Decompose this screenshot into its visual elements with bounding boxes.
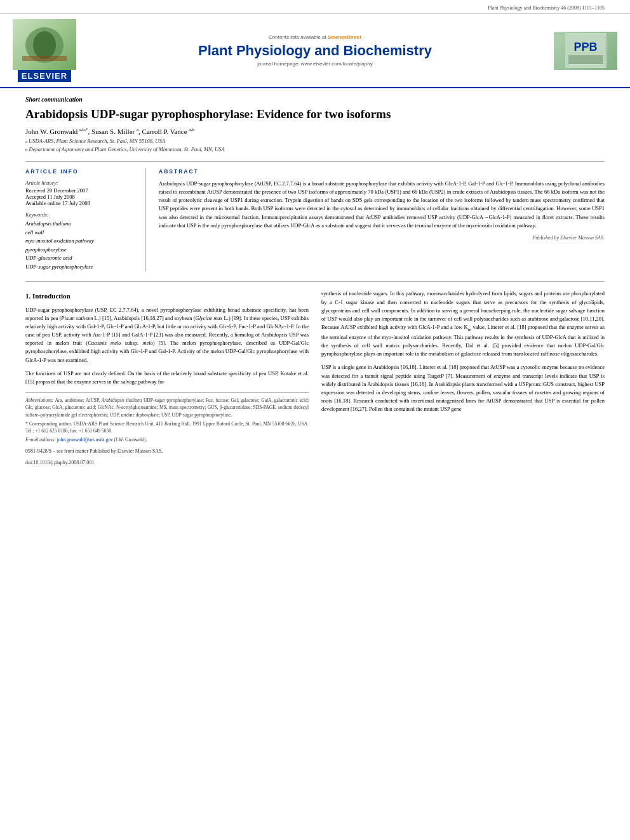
header-center: Contents lists available at ScienceDirec…: [76, 34, 554, 67]
journal-header: ELSEVIER Contents lists available at Sci…: [0, 14, 630, 88]
page-wrapper: Plant Physiology and Biochemistry 46 (20…: [0, 0, 630, 840]
article-title: Arabidopsis UDP-sugar pyrophosphorylase:…: [25, 107, 605, 122]
keyword-4: pyrophosphorylase: [25, 246, 137, 255]
journal-homepage: journal homepage: www.elsevier.com/locat…: [76, 61, 554, 67]
affiliations: a USDA-ARS, Plant Science Research, St. …: [25, 137, 605, 154]
elsevier-box: ELSEVIER: [18, 70, 71, 82]
email-line: E-mail address: john.gronwald@ars.usda.g…: [25, 436, 309, 443]
journal-citation-line: Plant Physiology and Biochemistry 46 (20…: [0, 0, 630, 14]
email-name: (J.W. Gronwald).: [114, 437, 147, 443]
elsevier-wordmark: ELSEVIER: [13, 70, 76, 82]
body-section: 1. Introduction UDP-sugar pyrophosphoryl…: [25, 290, 605, 466]
abbrev-label: Abbreviations:: [25, 397, 53, 403]
keyword-5: UDP-glucuronic acid: [25, 254, 137, 263]
received-date: Received 20 December 2007 Accepted 11 Ju…: [25, 187, 137, 206]
corresponding-line: * Corresponding author. USDA-ARS Plant S…: [25, 420, 309, 435]
issn-line: 0981-9428/$ – see front matter Published…: [25, 448, 309, 455]
abstract-column: ABSTRACT Arabidopsis UDP-sugar pyrophosp…: [159, 168, 605, 272]
intro-section-title: 1. Introduction: [25, 291, 309, 302]
keywords-list: Arabidopsis thaliana cell wall myo-inosi…: [25, 220, 137, 272]
svg-text:PPB: PPB: [573, 41, 597, 53]
svg-rect-2: [22, 56, 67, 61]
affil-2-text: Department of Agronomy and Plant Genetic…: [29, 145, 225, 154]
email-value[interactable]: john.gronwald@ars.usda.gov: [57, 437, 113, 443]
ppb-logo-container: PPB: [554, 32, 617, 70]
svg-point-1: [33, 31, 56, 59]
keywords-label: Keywords:: [25, 211, 137, 218]
keyword-3: myo-inositol oxidation pathway: [25, 237, 137, 246]
available-text: Available online 17 July 2008: [25, 200, 137, 206]
section-num: 1.: [25, 292, 30, 300]
author3-super: a,b: [189, 127, 194, 132]
elsevier-label: ELSEVIER: [22, 71, 67, 81]
affil-1-text: USDA-ARS, Plant Science Research, St. Pa…: [29, 137, 165, 145]
abbrev-text: Ara, arabinose; AtUSP, Arabidopsis thali…: [25, 397, 309, 418]
header-left-image: [13, 19, 76, 70]
affil-2: b Department of Agronomy and Plant Genet…: [25, 145, 605, 154]
affil-1: a USDA-ARS, Plant Science Research, St. …: [25, 137, 605, 145]
doi-line: doi:10.1016/j.plaphy.2008.07.001: [25, 459, 309, 467]
abstract-text: Arabidopsis UDP-sugar pyrophosphorylase …: [159, 180, 605, 230]
article-info-heading: ARTICLE INFO: [25, 168, 137, 175]
history-label: Article history:: [25, 180, 137, 186]
keyword-2: cell wall: [25, 229, 137, 237]
journal-citation-text: Plant Physiology and Biochemistry 46 (20…: [488, 5, 605, 11]
body-right-para-2: USP is a single gene in Arabidopsis [16,…: [321, 363, 605, 413]
authors-line: John W. Gronwald a,b,*, Susan S. Miller …: [25, 127, 605, 135]
keyword-1: Arabidopsis thaliana: [25, 220, 137, 229]
email-label: E-mail address:: [25, 437, 56, 443]
intro-para-1: UDP-sugar pyrophosphorylase (USP, EC 2.7…: [25, 306, 309, 364]
body-left-col: 1. Introduction UDP-sugar pyrophosphoryl…: [25, 290, 309, 466]
journal-title: Plant Physiology and Biochemistry: [76, 43, 554, 59]
main-content: Short communication Arabidopsis UDP-suga…: [0, 88, 630, 479]
intro-para-2: The functions of USP are not clearly def…: [25, 370, 309, 386]
svg-rect-5: [568, 55, 603, 64]
article-info-column: ARTICLE INFO Article history: Received 2…: [25, 168, 146, 272]
article-type: Short communication: [25, 96, 605, 103]
body-right-para-1: synthesis of nucleotide sugars. In this …: [321, 290, 605, 358]
received-text: Received 20 December 2007: [25, 187, 137, 194]
keyword-6: UDP-sugar pyrophosphorylase: [25, 263, 137, 272]
author2-super: a: [137, 127, 138, 132]
body-right-col: synthesis of nucleotide sugars. In this …: [321, 290, 605, 466]
section-divider: [25, 281, 605, 282]
section-title-text: Introduction: [32, 292, 70, 300]
abstract-heading: ABSTRACT: [159, 168, 605, 175]
sciencedirect-line: Contents lists available at ScienceDirec…: [76, 34, 554, 40]
author1-super: a,b,*: [79, 127, 88, 132]
published-line: Published by Elsevier Masson SAS.: [159, 235, 605, 241]
header-right-image: PPB: [554, 32, 617, 70]
article-info-abstract-section: ARTICLE INFO Article history: Received 2…: [25, 161, 605, 272]
elsevier-logo-container: ELSEVIER: [13, 19, 76, 82]
accepted-text: Accepted 11 July 2008: [25, 194, 137, 200]
footnotes-section: Abbreviations: Ara, arabinose; AtUSP, Ar…: [25, 392, 309, 467]
sciencedirect-link[interactable]: ScienceDirect: [328, 34, 361, 40]
sciencedirect-text: Contents lists available at: [269, 34, 326, 40]
abbrev-line: Abbreviations: Ara, arabinose; AtUSP, Ar…: [25, 397, 309, 418]
